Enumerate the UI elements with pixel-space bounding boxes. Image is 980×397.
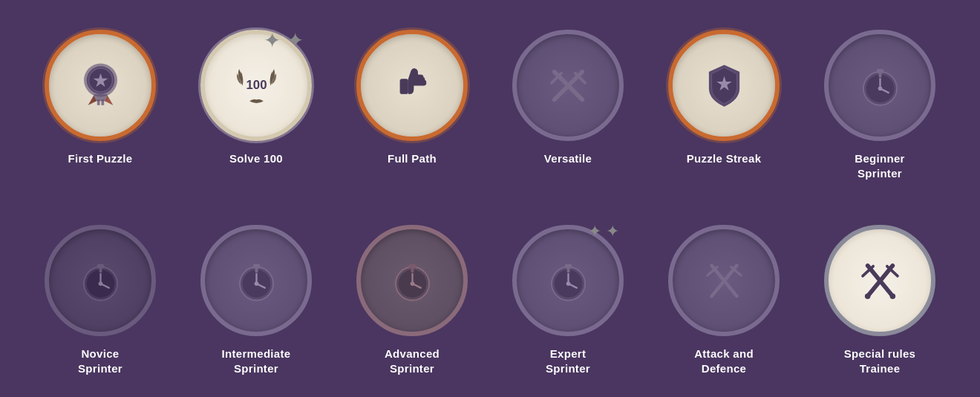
badge-circle-solve-100: ✦ ✦ 100 [200, 30, 312, 141]
medal-icon [73, 58, 128, 114]
timer-icon-novice [73, 253, 128, 309]
sword-crossed-icon [852, 253, 908, 309]
svg-rect-32 [255, 268, 258, 272]
badge-label-versatile: Versatile [544, 151, 592, 166]
badge-label-novice-sprinter: NoviceSprinter [78, 347, 122, 375]
badge-label-attack-defence: Attack andDefence [694, 347, 754, 375]
svg-point-49 [566, 281, 570, 286]
svg-rect-38 [408, 264, 415, 269]
timer-icon-intermediate [229, 253, 284, 309]
badge-label-puzzle-streak: Puzzle Streak [687, 151, 762, 166]
badge-advanced-sprinter[interactable]: AdvancedSprinter [334, 210, 490, 390]
badge-circle-beginner-sprinter [824, 30, 935, 141]
badge-beginner-sprinter[interactable]: BeginnerSprinter [802, 15, 958, 195]
sparkles-icon: ✦ ✦ [264, 28, 304, 53]
swords-shield-icon [696, 253, 752, 309]
badge-circle-puzzle-streak [668, 30, 780, 141]
svg-rect-39 [411, 268, 414, 272]
sparkles-expert-icon: ✦ ✦ [588, 222, 619, 241]
svg-rect-17 [876, 69, 883, 73]
badge-label-special-rules: Special rulesTrainee [844, 347, 915, 375]
badge-circle-versatile [512, 30, 624, 141]
svg-point-28 [98, 281, 102, 286]
svg-point-42 [410, 281, 414, 286]
svg-rect-25 [99, 268, 102, 272]
badge-puzzle-streak[interactable]: Puzzle Streak [646, 15, 802, 195]
thumbsup-icon [385, 58, 440, 114]
badge-label-first-puzzle: First Puzzle [68, 151, 133, 166]
badge-label-advanced-sprinter: AdvancedSprinter [385, 347, 440, 375]
svg-rect-3 [97, 99, 99, 105]
badge-label-solve-100: Solve 100 [229, 151, 283, 166]
svg-text:100: 100 [246, 78, 267, 92]
badges-row2: NoviceSprinter IntermediateSprinter [0, 210, 980, 397]
svg-rect-24 [97, 264, 103, 269]
timer-icon-advanced [385, 253, 440, 309]
svg-rect-18 [878, 73, 881, 77]
badge-solve-100[interactable]: ✦ ✦ 100 Solve 100 [178, 15, 334, 195]
svg-point-21 [878, 86, 882, 91]
svg-rect-46 [566, 268, 569, 272]
badge-novice-sprinter[interactable]: NoviceSprinter [22, 210, 178, 390]
badge-special-rules[interactable]: Special rulesTrainee [802, 210, 958, 390]
badge-attack-defence[interactable]: Attack andDefence [646, 210, 802, 390]
badge-full-path[interactable]: Full Path [334, 15, 490, 195]
badge-circle-expert-sprinter: ✦ ✦ [512, 225, 624, 336]
shield-star-icon [696, 58, 752, 114]
badges-row1: First Puzzle ✦ ✦ 100 [0, 0, 980, 210]
laurel-100-icon: 100 [229, 58, 284, 114]
badge-versatile[interactable]: Versatile [490, 15, 646, 195]
swords-icon [540, 58, 596, 114]
badge-circle-advanced-sprinter [356, 225, 468, 336]
badges-container: First Puzzle ✦ ✦ 100 [0, 0, 980, 397]
svg-point-59 [889, 293, 895, 299]
badge-expert-sprinter[interactable]: ✦ ✦ ExpertSprinter [490, 210, 646, 390]
timer-icon-beginner [852, 58, 908, 114]
badge-first-puzzle[interactable]: First Puzzle [22, 15, 178, 195]
badge-circle-first-puzzle [45, 30, 156, 141]
svg-point-35 [254, 281, 258, 286]
badge-circle-full-path [356, 30, 468, 141]
svg-rect-9 [399, 79, 408, 94]
svg-point-58 [864, 293, 870, 299]
svg-rect-4 [101, 99, 104, 105]
badge-circle-novice-sprinter [45, 225, 156, 336]
badge-circle-special-rules [824, 225, 935, 336]
timer-icon-expert [540, 253, 596, 309]
badge-label-beginner-sprinter: BeginnerSprinter [855, 151, 904, 180]
badge-label-expert-sprinter: ExpertSprinter [546, 347, 590, 375]
badge-label-intermediate-sprinter: IntermediateSprinter [222, 347, 291, 375]
badge-intermediate-sprinter[interactable]: IntermediateSprinter [178, 210, 334, 390]
badge-circle-intermediate-sprinter [200, 225, 312, 336]
badge-label-full-path: Full Path [388, 151, 437, 166]
svg-rect-45 [564, 264, 571, 269]
badge-circle-attack-defence [668, 225, 780, 336]
svg-rect-31 [252, 264, 259, 269]
